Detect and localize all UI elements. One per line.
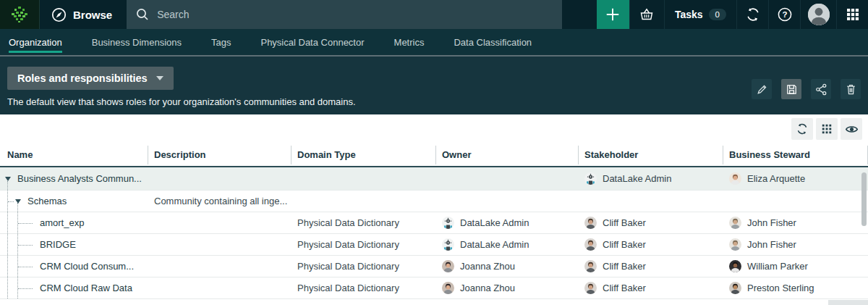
top-navigation-bar: Browse Tasks	[0, 0, 868, 29]
tab-metrics[interactable]: Metrics	[394, 29, 425, 55]
stakeholder-name: Cliff Baker	[603, 283, 646, 293]
table-row[interactable]: CRM Cloud Consum...Physical Data Diction…	[0, 256, 868, 277]
business-steward-cell: John Fisher	[723, 212, 868, 233]
table-body: Business Analysts Commun... DataLake Adm…	[0, 167, 868, 299]
business-steward-name: John Fisher	[747, 217, 796, 228]
view-header: Roles and responsibilities The default v…	[0, 57, 868, 114]
person-avatar-icon	[584, 217, 597, 229]
section-tab-bar: OrganizationBusiness DimensionsTagsPhysi…	[0, 29, 868, 57]
person-avatar-icon	[729, 217, 741, 229]
column-header-stakeholder[interactable]: Stakeholder	[579, 146, 723, 164]
table-header-row: NameDescriptionDomain TypeOwnerStakehold…	[0, 143, 868, 167]
application-window: Browse Tasks	[0, 0, 868, 305]
app-logo[interactable]	[0, 0, 40, 29]
business-steward-cell	[723, 191, 868, 212]
column-header-business-steward[interactable]: Business Steward	[723, 146, 868, 164]
grid-dots-icon	[821, 123, 833, 135]
table-row[interactable]: CRM Cloud Raw DataPhysical Data Dictiona…	[0, 277, 868, 299]
columns-grid-button[interactable]	[816, 118, 838, 140]
description-cell	[148, 256, 292, 277]
plus-icon	[605, 7, 621, 22]
save-view-button[interactable]	[781, 79, 801, 99]
stakeholder-name: Cliff Baker	[603, 217, 646, 228]
name-cell: CRM Cloud Consum...	[0, 256, 148, 277]
asset-name[interactable]: amort_exp	[0, 217, 84, 228]
asset-name[interactable]: CRM Cloud Raw Data	[0, 283, 132, 293]
tab-data-classification[interactable]: Data Classification	[454, 29, 532, 55]
vertical-scrollbar-thumb[interactable]	[861, 172, 867, 226]
user-menu[interactable]	[800, 0, 836, 29]
domain-type-cell: Physical Data Dictionary	[292, 256, 436, 277]
asset-name[interactable]: Business Analysts Commun...	[0, 173, 142, 184]
person-avatar-icon	[584, 282, 597, 294]
refresh-icon	[796, 122, 809, 135]
sync-icon	[745, 7, 761, 22]
person-avatar-icon	[729, 238, 741, 251]
tab-tags[interactable]: Tags	[211, 29, 231, 55]
tasks-button[interactable]: Tasks 0	[664, 0, 736, 29]
basket-icon	[639, 7, 655, 22]
stakeholder-name: DataLake Admin	[603, 173, 671, 184]
name-cell: CRM Cloud Raw Data	[0, 277, 148, 298]
table-toolbar	[0, 114, 868, 143]
view-visibility-button[interactable]	[841, 118, 862, 140]
description-cell: Community containing all inge...	[148, 191, 292, 212]
table-row[interactable]: SchemasCommunity containing all inge...	[0, 191, 868, 212]
owner-name: Joanna Zhou	[460, 261, 515, 272]
compass-icon	[51, 7, 67, 22]
edit-view-button[interactable]	[752, 79, 772, 99]
view-selector-button[interactable]: Roles and responsibilities	[7, 67, 174, 90]
business-steward-cell: Eliza Arquette	[723, 167, 868, 190]
domain-type-cell	[292, 167, 436, 190]
tasks-label: Tasks	[675, 9, 703, 20]
tab-organization[interactable]: Organization	[9, 29, 62, 55]
tab-physical-data-connector[interactable]: Physical Data Connector	[260, 29, 364, 55]
apps-menu-button[interactable]	[836, 0, 868, 29]
person-avatar-icon	[584, 238, 597, 251]
search-icon	[135, 7, 150, 22]
description-cell	[148, 167, 292, 190]
stakeholder-cell: Cliff Baker	[579, 256, 723, 277]
help-button[interactable]: ?	[768, 0, 800, 29]
delete-view-button[interactable]	[841, 79, 861, 99]
browse-button[interactable]: Browse	[40, 0, 127, 29]
sync-button[interactable]	[736, 0, 768, 29]
tab-business-dimensions[interactable]: Business Dimensions	[92, 29, 182, 55]
domain-type-cell: Physical Data Dictionary	[292, 234, 436, 255]
column-header-name[interactable]: Name	[0, 146, 148, 164]
asset-name[interactable]: CRM Cloud Consum...	[0, 261, 134, 272]
column-header-domain-type[interactable]: Domain Type	[292, 146, 436, 164]
share-view-button[interactable]	[811, 79, 831, 99]
owner-cell	[436, 167, 579, 190]
share-icon	[814, 83, 828, 96]
horizontal-scrollbar[interactable]	[828, 300, 868, 305]
person-avatar-icon	[442, 282, 454, 294]
table-row[interactable]: Business Analysts Commun... DataLake Adm…	[0, 167, 868, 191]
save-icon	[785, 83, 799, 96]
pencil-icon	[755, 83, 769, 96]
person-avatar-icon	[729, 282, 741, 294]
robot-avatar-icon	[442, 238, 454, 251]
owner-cell: DataLake Admin	[436, 234, 579, 255]
stakeholder-cell: Cliff Baker	[579, 234, 723, 255]
trash-icon	[844, 83, 858, 96]
person-avatar-icon	[729, 260, 741, 272]
table-row[interactable]: amort_expPhysical Data Dictionary DataLa…	[0, 212, 868, 234]
refresh-button[interactable]	[791, 118, 813, 140]
chevron-down-icon	[156, 76, 163, 80]
table-row[interactable]: BRIDGEPhysical Data Dictionary DataLake …	[0, 234, 868, 256]
collibra-logo-icon	[10, 5, 29, 24]
topbar-actions: Tasks 0 ?	[597, 0, 868, 29]
search-input[interactable]	[157, 9, 553, 20]
description-cell	[148, 277, 292, 298]
create-button[interactable]	[597, 0, 629, 29]
name-cell: Schemas	[0, 191, 148, 212]
asset-name[interactable]: Schemas	[0, 196, 67, 206]
basket-button[interactable]	[629, 0, 664, 29]
column-header-description[interactable]: Description	[148, 146, 292, 164]
domain-type-cell: Physical Data Dictionary	[292, 212, 436, 233]
asset-name[interactable]: BRIDGE	[0, 239, 76, 250]
view-selector-label: Roles and responsibilities	[17, 72, 148, 84]
column-header-owner[interactable]: Owner	[436, 146, 579, 164]
owner-cell: Joanna Zhou	[436, 256, 579, 277]
